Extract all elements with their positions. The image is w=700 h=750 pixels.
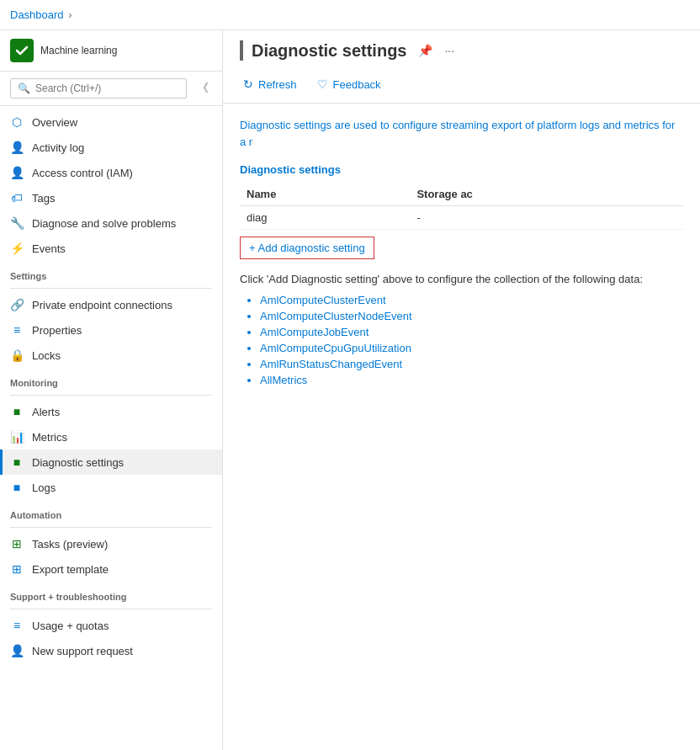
logs-icon: ■	[10, 481, 24, 494]
logo-icon	[10, 39, 34, 62]
sidebar-item-label: Logs	[32, 481, 56, 494]
sidebar-item-events[interactable]: ⚡ Events	[0, 236, 222, 261]
sidebar-item-label: Properties	[32, 324, 82, 337]
diag-icon: ■	[10, 455, 24, 469]
add-diag-label: + Add diagnostic setting	[249, 242, 365, 254]
sidebar-item-label: Diagnostic settings	[32, 456, 124, 469]
data-list: AmlComputeClusterEvent AmlComputeCluster…	[240, 294, 683, 386]
collapse-sidebar-button[interactable]: 《	[194, 79, 212, 98]
list-item-1[interactable]: AmlComputeClusterNodeEvent	[260, 310, 683, 322]
main-container: Machine learning 🔍 《 ⬡ Overview 👤 Activi…	[0, 30, 700, 750]
sidebar-item-metrics[interactable]: 📊 Metrics	[0, 424, 222, 449]
section-divider-settings	[10, 288, 212, 289]
sidebar-item-label: Activity log	[32, 141, 84, 154]
section-label-monitoring: Monitoring	[0, 368, 222, 391]
page-title-row: Diagnostic settings 📌 ···	[240, 40, 683, 61]
toolbar: ↻ Refresh ♡ Feedback	[240, 69, 683, 103]
sidebar-item-locks[interactable]: 🔒 Locks	[0, 343, 222, 368]
events-icon: ⚡	[10, 242, 24, 255]
sidebar-item-label: Events	[32, 242, 66, 255]
search-box[interactable]: 🔍	[10, 78, 187, 98]
usage-icon: ≡	[10, 619, 24, 632]
more-icon[interactable]: ···	[444, 44, 454, 57]
sidebar-item-activity-log[interactable]: 👤 Activity log	[0, 135, 222, 160]
sidebar-item-label: Locks	[32, 349, 61, 362]
diag-table: Name Storage ac diag -	[240, 183, 683, 230]
activity-icon: 👤	[10, 141, 24, 154]
table-row: diag -	[240, 206, 683, 230]
page-title-bar	[240, 40, 243, 61]
top-bar: Dashboard ›	[0, 0, 700, 30]
content-area: Diagnostic settings are used to configur…	[223, 104, 700, 750]
sidebar-item-overview[interactable]: ⬡ Overview	[0, 109, 222, 135]
refresh-icon: ↻	[243, 77, 253, 91]
logo-text: Machine learning	[40, 45, 117, 56]
sidebar-item-label: Private endpoint connections	[32, 299, 172, 311]
pin-icon[interactable]: 📌	[418, 44, 432, 57]
section-label-support: Support + troubleshooting	[0, 582, 222, 605]
metrics-icon: 📊	[10, 430, 24, 444]
section-divider-support	[10, 609, 212, 609]
refresh-label: Refresh	[258, 78, 297, 91]
page-title: Diagnostic settings	[252, 41, 406, 61]
refresh-button[interactable]: ↻ Refresh	[240, 74, 300, 94]
add-diagnostic-button[interactable]: + Add diagnostic setting	[240, 237, 374, 259]
overview-icon: ⬡	[10, 115, 24, 129]
row-storage: -	[410, 206, 683, 230]
sidebar-nav: ⬡ Overview 👤 Activity log 👤 Access contr…	[0, 106, 222, 750]
feedback-icon: ♡	[317, 77, 328, 91]
sidebar: Machine learning 🔍 《 ⬡ Overview 👤 Activi…	[0, 30, 223, 750]
support-icon: 👤	[10, 644, 24, 657]
col-header-storage: Storage ac	[410, 183, 683, 206]
sidebar-item-alerts[interactable]: ■ Alerts	[0, 399, 222, 424]
sidebar-item-tasks[interactable]: ⊞ Tasks (preview)	[0, 531, 222, 556]
sidebar-item-private-endpoint[interactable]: 🔗 Private endpoint connections	[0, 292, 222, 317]
sidebar-item-label: Tags	[32, 192, 55, 205]
sidebar-item-logs[interactable]: ■ Logs	[0, 475, 222, 500]
alerts-icon: ■	[10, 405, 24, 418]
list-item-5[interactable]: AllMetrics	[260, 374, 683, 386]
breadcrumb-dashboard[interactable]: Dashboard	[10, 8, 64, 21]
feedback-label: Feedback	[333, 78, 381, 91]
sidebar-item-iam[interactable]: 👤 Access control (IAM)	[0, 160, 222, 185]
sidebar-item-label: New support request	[32, 645, 133, 657]
sidebar-item-tags[interactable]: 🏷 Tags	[0, 185, 222, 210]
sidebar-item-export-template[interactable]: ⊞ Export template	[0, 556, 222, 582]
sidebar-item-diagnose[interactable]: 🔧 Diagnose and solve problems	[0, 210, 222, 236]
main-content: Diagnostic settings 📌 ··· ↻ Refresh ♡ Fe…	[223, 30, 700, 750]
sidebar-item-label: Metrics	[32, 431, 67, 444]
sidebar-search: 🔍 《	[0, 72, 222, 106]
sidebar-item-label: Diagnose and solve problems	[32, 217, 176, 230]
export-icon: ⊞	[10, 562, 24, 576]
tasks-icon: ⊞	[10, 537, 24, 551]
iam-icon: 👤	[10, 166, 24, 179]
diagnose-icon: 🔧	[10, 216, 24, 230]
page-header: Diagnostic settings 📌 ··· ↻ Refresh ♡ Fe…	[223, 30, 700, 104]
diag-section-title: Diagnostic settings	[240, 163, 683, 176]
list-item-4[interactable]: AmlRunStatusChangedEvent	[260, 358, 683, 370]
section-divider-automation	[10, 527, 212, 528]
row-name: diag	[240, 206, 410, 230]
endpoint-icon: 🔗	[10, 298, 24, 311]
list-item-2[interactable]: AmlComputeJobEvent	[260, 326, 683, 338]
tags-icon: 🏷	[10, 191, 24, 205]
sidebar-item-usage-quotas[interactable]: ≡ Usage + quotas	[0, 613, 222, 638]
sidebar-item-label: Overview	[32, 116, 77, 129]
breadcrumb-separator: ›	[69, 9, 72, 21]
sidebar-item-label: Access control (IAM)	[32, 167, 133, 179]
sidebar-item-label: Usage + quotas	[32, 620, 109, 632]
sidebar-item-properties[interactable]: ≡ Properties	[0, 317, 222, 343]
list-item-0[interactable]: AmlComputeClusterEvent	[260, 294, 683, 306]
feedback-button[interactable]: ♡ Feedback	[314, 74, 384, 94]
sidebar-item-new-support[interactable]: 👤 New support request	[0, 638, 222, 663]
sidebar-item-label: Alerts	[32, 406, 60, 418]
search-input[interactable]	[35, 82, 179, 94]
sidebar-item-label: Tasks (preview)	[32, 538, 108, 551]
col-header-name: Name	[240, 183, 410, 206]
active-indicator	[0, 449, 3, 475]
properties-icon: ≡	[10, 323, 24, 337]
section-label-settings: Settings	[0, 261, 222, 285]
sidebar-item-diagnostic-settings[interactable]: ■ Diagnostic settings	[0, 449, 222, 475]
section-label-automation: Automation	[0, 500, 222, 524]
list-item-3[interactable]: AmlComputeCpuGpuUtilization	[260, 342, 683, 354]
